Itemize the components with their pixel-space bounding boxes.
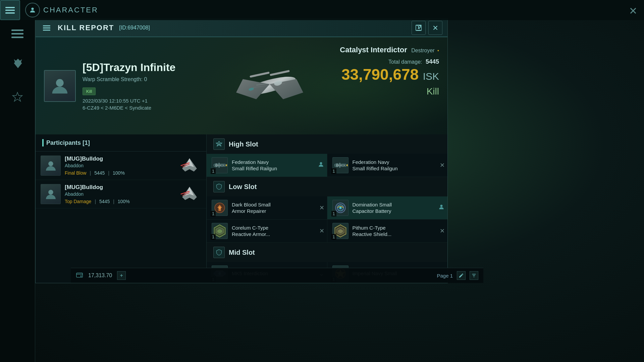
participant-marker-icon	[318, 161, 324, 168]
character-title: CHARACTER	[43, 6, 98, 14]
damage-value: 5445	[426, 58, 439, 65]
svg-rect-2	[5, 12, 15, 14]
panel-menu-button[interactable]	[41, 22, 53, 34]
participant-avatar-1	[41, 156, 61, 176]
star-icon	[11, 91, 23, 103]
svg-rect-67	[76, 273, 83, 277]
svg-rect-10	[43, 29, 50, 31]
top-bar: CHARACTER ✕	[0, 0, 644, 20]
svg-point-47	[218, 206, 221, 209]
participant-item[interactable]: [MUG]Bulldog Abaddon Final Blow | 5445 |…	[36, 152, 206, 180]
low-slot-name-1: Dark Blood SmallArmor Repairer	[232, 201, 271, 215]
weapon-icon	[216, 141, 222, 147]
low-slot-close-4[interactable]: ✕	[440, 227, 445, 235]
svg-rect-8	[43, 25, 50, 26]
sidebar-combat-icon[interactable]	[7, 54, 28, 74]
edit-icon	[459, 273, 464, 278]
player-avatar	[44, 70, 76, 102]
panel-title: KILL REPORT	[58, 23, 114, 32]
high-slot-item-2[interactable]: 1 Federation NavySmall Rifled Railgun ✕	[327, 154, 448, 177]
high-slot-close-2[interactable]: ✕	[440, 162, 445, 169]
svg-rect-37	[218, 163, 220, 168]
panel-close-button[interactable]	[428, 21, 442, 35]
svg-rect-1	[5, 10, 15, 11]
high-slot-name-2: Federation NavySmall Rifled Railgun	[353, 159, 398, 172]
low-slot-icon	[213, 181, 225, 192]
filter-btn[interactable]	[470, 271, 478, 280]
filter-icon	[471, 273, 477, 278]
low-slot-title: Low Slot	[229, 183, 257, 191]
isk-label: ISK	[423, 71, 439, 82]
avatar-face-2	[41, 184, 60, 204]
svg-point-32	[218, 143, 220, 145]
add-btn[interactable]: +	[117, 271, 126, 280]
sidebar-star-icon[interactable]	[7, 87, 28, 107]
svg-point-68	[80, 275, 82, 277]
avatar-icon-1	[45, 160, 57, 172]
bottom-bar-right: Page 1	[437, 271, 478, 280]
hamburger-button[interactable]	[0, 0, 20, 20]
low-slot-row-2: 1 Corelum C-TypeReactive Armor... ✕ 1	[207, 220, 447, 243]
export-icon	[415, 24, 422, 32]
low-slot-count-4: 1	[331, 234, 336, 240]
damage-label: Total damage:	[388, 59, 422, 65]
high-slot-count-2: 1	[331, 168, 336, 174]
window-close-button[interactable]: ✕	[629, 5, 637, 17]
low-slot-count-3: 1	[211, 234, 216, 240]
low-slot-name-2: Domination SmallCapacitor Battery	[353, 201, 392, 215]
export-button[interactable]	[412, 21, 426, 35]
svg-point-39	[320, 162, 322, 165]
avatar-face-1	[41, 156, 60, 175]
wallet-icon	[76, 271, 83, 280]
high-slot-item-1[interactable]: 1 Federation NavySmall Rifled Railgun	[207, 154, 327, 177]
svg-point-12	[56, 79, 64, 87]
svg-rect-16	[250, 72, 270, 78]
svg-rect-6	[11, 37, 23, 38]
participant-ship-2	[178, 185, 201, 203]
panel-close-icon	[432, 24, 439, 32]
svg-rect-4	[11, 29, 23, 31]
damage-val-2: 5445	[99, 199, 110, 204]
low-slot-item-3[interactable]: 1 Corelum C-TypeReactive Armor... ✕	[207, 220, 327, 242]
high-slot-name-1: Federation NavySmall Rifled Railgun	[232, 159, 277, 172]
low-slot-item-4[interactable]: 1 Pithum C-TypeReactive Shield... ✕	[327, 220, 448, 242]
panel-actions	[412, 21, 442, 35]
low-slot-item-1[interactable]: 1 Dark Blood SmallArmor Repairer ✕	[207, 196, 327, 219]
svg-rect-17	[270, 70, 290, 76]
sidebar-menu-icon[interactable]	[7, 23, 28, 44]
hamburger-icon	[5, 5, 15, 15]
participants-header: Participants [1]	[36, 134, 206, 152]
edit-btn[interactable]	[457, 271, 466, 280]
avatar-person-icon	[51, 77, 69, 95]
svg-rect-36	[215, 164, 217, 167]
header-accent-bar	[42, 139, 44, 146]
low-slot-name-4: Pithum C-TypeReactive Shield...	[353, 225, 392, 238]
pct-val-1: 100%	[113, 170, 125, 176]
panel-id: [ID:6947008]	[119, 25, 150, 31]
low-slot-close-1[interactable]: ✕	[319, 204, 324, 212]
low-slot-count-2: 1	[331, 211, 336, 217]
wallet-value: 17,313.70	[88, 273, 112, 279]
mid-slot-icon	[213, 247, 225, 258]
mid-slot-header: Mid Slot	[207, 243, 447, 262]
svg-rect-9	[43, 27, 50, 28]
panel-header: KILL REPORT [ID:6947008]	[36, 19, 447, 37]
ship-class: Destroyer	[411, 48, 434, 53]
menu-icon	[11, 27, 23, 40]
wallet-svg-icon	[76, 271, 83, 279]
kill-badge: Kill	[83, 87, 96, 95]
low-slot-item-2[interactable]: 1 Domination SmallCapacitor Battery	[327, 196, 448, 219]
ship-image	[219, 49, 320, 123]
sidebar	[0, 20, 35, 362]
low-slot-close-3[interactable]: ✕	[319, 227, 324, 235]
ship-type-row: Catalyst Interdictor Destroyer •	[340, 46, 439, 54]
svg-rect-45	[341, 164, 344, 167]
high-slot-row: 1 Federation NavySmall Rifled Railgun	[207, 154, 447, 177]
participant-marker-icon-2	[438, 204, 445, 210]
damage-row: Total damage: 5445	[340, 58, 439, 65]
isk-value: 33,790,678	[341, 66, 419, 83]
ship-svg	[223, 56, 317, 116]
ship-dot: •	[437, 48, 439, 53]
participant-item-2[interactable]: [MUG]Bulldog Abaddon Top Damage | 5445 |…	[36, 180, 206, 208]
character-header: CHARACTER	[25, 3, 98, 17]
